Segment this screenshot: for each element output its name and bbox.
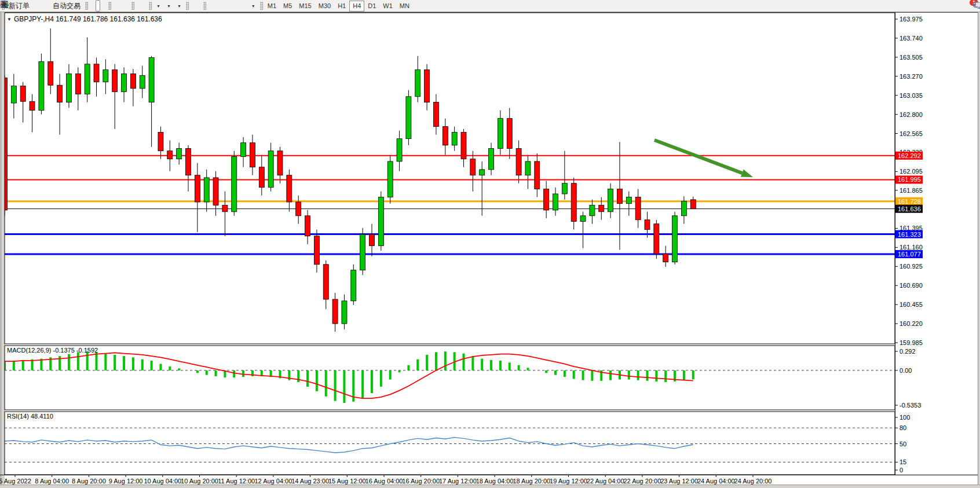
svg-text:0: 0 xyxy=(899,467,903,474)
svg-text:161.077: 161.077 xyxy=(898,251,921,258)
candlestick-chart-button[interactable] xyxy=(96,0,100,12)
svg-text:80: 80 xyxy=(899,424,906,431)
new-order-label: 新订单 xyxy=(9,1,30,11)
svg-text:162.565: 162.565 xyxy=(899,130,923,137)
arrows-button[interactable]: ▼ xyxy=(248,0,258,12)
metaeditor-button[interactable] xyxy=(39,0,43,12)
svg-text:163.505: 163.505 xyxy=(899,54,923,61)
svg-text:12 Aug 04:00: 12 Aug 04:00 xyxy=(254,478,292,485)
trendline-button[interactable] xyxy=(220,0,224,12)
text-button[interactable]: A xyxy=(237,0,242,12)
fibonacci-button[interactable]: F xyxy=(231,0,236,12)
svg-text:162.292: 162.292 xyxy=(898,152,921,159)
timeframe-w1-button[interactable]: W1 xyxy=(379,1,396,12)
equidistant-channel-button[interactable]: E xyxy=(225,0,230,12)
toolbar-grip xyxy=(260,2,263,10)
svg-text:162.095: 162.095 xyxy=(899,168,923,175)
line-chart-button[interactable] xyxy=(101,0,106,12)
market-button[interactable] xyxy=(33,0,38,12)
mt4-app: 新订单自动交易▼▼▼EFAT▼M1M5M15M30H1H4D1W1MN1 163… xyxy=(0,0,980,488)
toolbar-right-cluster: 1 xyxy=(972,1,980,11)
svg-text:-0.5353: -0.5353 xyxy=(899,402,921,409)
cursor-button[interactable] xyxy=(191,0,195,12)
svg-text:19 Aug 12:00: 19 Aug 12:00 xyxy=(550,478,587,485)
dropdown-arrow-icon[interactable]: ▼ xyxy=(251,4,255,8)
svg-text:22 Aug 04:00: 22 Aug 04:00 xyxy=(587,478,624,485)
svg-text:161.865: 161.865 xyxy=(899,187,923,194)
timeframe-d1-button[interactable]: D1 xyxy=(364,1,379,12)
dropdown-arrow-icon[interactable]: ▼ xyxy=(156,4,160,8)
shapes-icon xyxy=(0,0,9,9)
svg-text:100: 100 xyxy=(899,414,910,421)
dropdown-arrow-icon[interactable]: ▼ xyxy=(167,4,171,8)
symbol-dropdown-icon[interactable]: ▼ xyxy=(7,17,12,22)
timeframe-h4-button[interactable]: H4 xyxy=(349,1,364,12)
periods-button[interactable]: ▼ xyxy=(164,0,173,12)
svg-text:24 Aug 04:00: 24 Aug 04:00 xyxy=(697,478,735,485)
svg-text:160.455: 160.455 xyxy=(899,301,923,308)
toolbar-grip xyxy=(149,2,152,10)
svg-text:16 Aug 04:00: 16 Aug 04:00 xyxy=(365,478,403,485)
timeframe-h1-button[interactable]: H1 xyxy=(334,1,349,12)
svg-text:15 Aug 12:00: 15 Aug 12:00 xyxy=(328,478,366,485)
toolbar-grip xyxy=(203,2,206,10)
tile-windows-button[interactable] xyxy=(125,0,129,12)
svg-text:163.270: 163.270 xyxy=(899,73,923,80)
auto-scroll-button[interactable] xyxy=(136,0,141,12)
horizontal-line-button[interactable] xyxy=(214,0,218,12)
toolbar-grip xyxy=(186,2,189,10)
svg-text:15: 15 xyxy=(899,458,906,465)
auto-trading-button[interactable]: 自动交易 xyxy=(50,0,83,12)
chart-title-text: GBPJPY-,H4 161.749 161.786 161.636 161.6… xyxy=(14,15,162,23)
zoom-out-button[interactable] xyxy=(119,0,123,12)
svg-text:18 Aug 20:00: 18 Aug 20:00 xyxy=(513,478,550,485)
svg-text:163.035: 163.035 xyxy=(899,92,923,99)
svg-text:10 Aug 20:00: 10 Aug 20:00 xyxy=(181,478,218,485)
signals-button[interactable] xyxy=(45,0,49,12)
svg-text:162.800: 162.800 xyxy=(899,111,923,118)
timeframe-m5-button[interactable]: M5 xyxy=(280,1,295,12)
templates-button[interactable]: ▼ xyxy=(174,0,184,12)
text-label-button[interactable]: T xyxy=(243,0,247,12)
svg-text:0.292: 0.292 xyxy=(899,348,916,355)
svg-text:17 Aug 12:00: 17 Aug 12:00 xyxy=(439,478,477,485)
svg-text:9 Aug 12:00: 9 Aug 12:00 xyxy=(109,478,143,485)
new-chart-button[interactable]: ▼ xyxy=(153,0,163,12)
svg-text:8 Aug 04:00: 8 Aug 04:00 xyxy=(35,478,69,485)
svg-text:11 Aug 12:00: 11 Aug 12:00 xyxy=(218,478,255,485)
toolbar-grip xyxy=(108,2,111,10)
toolbar-group xyxy=(136,0,147,12)
svg-text:159.985: 159.985 xyxy=(899,339,923,346)
svg-text:161.636: 161.636 xyxy=(898,206,921,212)
svg-text:161.323: 161.323 xyxy=(898,231,921,238)
crosshair-button[interactable] xyxy=(196,0,201,12)
bar-chart-button[interactable] xyxy=(90,0,94,12)
chart-shift-button[interactable] xyxy=(142,0,147,12)
toolbar-grip xyxy=(85,2,88,10)
main-toolbar: 新订单自动交易▼▼▼EFAT▼M1M5M15M30H1H4D1W1MN1 xyxy=(0,0,980,12)
timeframe-m15-button[interactable]: M15 xyxy=(295,1,315,12)
toolbar-group xyxy=(190,0,202,12)
svg-text:23 Aug 12:00: 23 Aug 12:00 xyxy=(660,478,698,485)
svg-text:161.160: 161.160 xyxy=(899,244,923,251)
chart-canvas[interactable]: 163.975163.740163.505163.270163.035162.8… xyxy=(0,0,980,488)
svg-text:22 Aug 20:00: 22 Aug 20:00 xyxy=(623,478,661,485)
svg-text:5 Aug 2022: 5 Aug 2022 xyxy=(0,478,31,485)
svg-text:161.728: 161.728 xyxy=(898,198,921,205)
dropdown-arrow-icon[interactable]: ▼ xyxy=(177,4,181,8)
timeframe-toolbar: M1M5M15M30H1H4D1W1MN xyxy=(264,0,413,12)
svg-text:18 Aug 04:00: 18 Aug 04:00 xyxy=(476,478,514,485)
chat-icon xyxy=(975,1,980,9)
svg-text:14 Aug 23:00: 14 Aug 23:00 xyxy=(291,478,329,485)
chart-title: ▼ GBPJPY-,H4 161.749 161.786 161.636 161… xyxy=(7,15,162,23)
timeframe-m30-button[interactable]: M30 xyxy=(315,1,334,12)
zoom-in-button[interactable] xyxy=(113,0,118,12)
vertical-line-button[interactable] xyxy=(208,0,213,12)
svg-text:160.925: 160.925 xyxy=(899,263,923,270)
new-order-button[interactable]: 新订单 xyxy=(6,0,32,12)
timeframe-m1-button[interactable]: M1 xyxy=(264,1,280,12)
toolbar-group xyxy=(112,0,130,12)
timeframe-mn-button[interactable]: MN xyxy=(396,1,413,12)
svg-text:8 Aug 20:00: 8 Aug 20:00 xyxy=(72,478,106,485)
svg-text:50: 50 xyxy=(899,441,906,447)
